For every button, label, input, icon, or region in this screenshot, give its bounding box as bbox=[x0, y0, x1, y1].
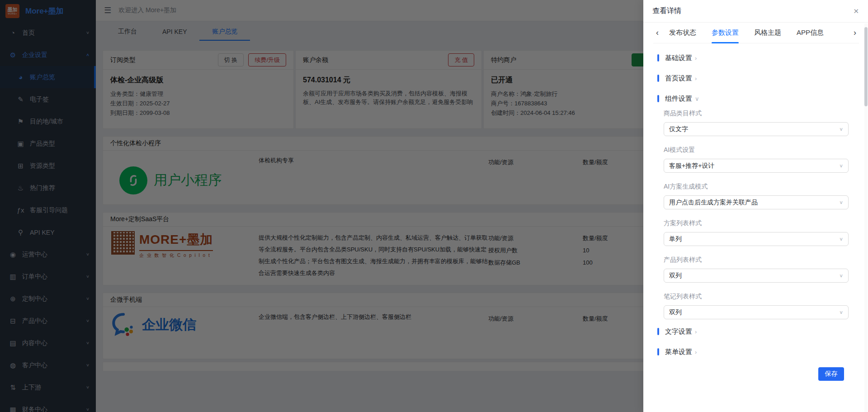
product-list-style-select[interactable]: 双列 ∨ bbox=[664, 269, 849, 283]
tab-label: 参数设置 bbox=[712, 28, 739, 37]
section-label: 组件设置 bbox=[665, 95, 692, 103]
chevron-right-icon: › bbox=[695, 349, 697, 355]
select-value: 客服+推荐+设计 bbox=[669, 162, 714, 170]
section-bar bbox=[657, 328, 659, 335]
tab-style-theme[interactable]: 风格主题 bbox=[754, 23, 781, 43]
section-label: 基础设置 bbox=[665, 54, 692, 62]
section-label: 首页设置 bbox=[665, 74, 692, 83]
select-value: 双列 bbox=[669, 272, 682, 280]
plan-list-style-select[interactable]: 单列 ∨ bbox=[664, 232, 849, 246]
tab-label: 发布状态 bbox=[669, 28, 696, 37]
section-bar bbox=[657, 348, 659, 355]
chevron-down-icon: ∨ bbox=[839, 310, 843, 315]
section-bar bbox=[657, 54, 659, 62]
tabs-prev-icon[interactable]: ‹ bbox=[653, 28, 661, 38]
ai-mode-select[interactable]: 客服+推荐+设计 ∨ bbox=[664, 159, 849, 173]
select-value: 仅文字 bbox=[669, 125, 688, 133]
chevron-right-icon: › bbox=[695, 55, 697, 62]
close-icon[interactable]: ✕ bbox=[853, 7, 859, 15]
field-label: AI方案生成模式 bbox=[664, 183, 848, 191]
section-menu-settings[interactable]: 菜单设置 › bbox=[664, 347, 848, 356]
field-label: 商品类目样式 bbox=[664, 109, 848, 118]
section-bar bbox=[657, 75, 659, 82]
drawer-tabs: ‹ 发布状态 参数设置 风格主题 APP信息 › bbox=[653, 23, 859, 43]
chevron-down-icon: ∨ bbox=[839, 163, 843, 169]
chevron-down-icon: ∨ bbox=[839, 200, 843, 205]
note-list-style-select[interactable]: 双列 ∨ bbox=[664, 305, 849, 319]
section-label: 文字设置 bbox=[665, 327, 692, 336]
section-label: 菜单设置 bbox=[665, 348, 692, 356]
chevron-down-icon: ∨ bbox=[839, 273, 843, 279]
section-bar bbox=[657, 95, 659, 102]
chevron-down-icon: ∨ bbox=[695, 95, 699, 102]
section-text-settings[interactable]: 文字设置 › bbox=[664, 327, 848, 336]
drawer-title: 查看详情 bbox=[652, 6, 681, 16]
select-value: 单列 bbox=[669, 235, 682, 243]
drawer-header: 查看详情 ✕ bbox=[643, 0, 868, 23]
chevron-down-icon: ∨ bbox=[839, 127, 843, 132]
field-label: 产品列表样式 bbox=[664, 256, 848, 264]
drawer-scrollbar[interactable] bbox=[864, 24, 868, 412]
tab-parameter-settings[interactable]: 参数设置 bbox=[712, 23, 739, 43]
tab-label: 风格主题 bbox=[754, 28, 781, 37]
tabs-next-icon[interactable]: › bbox=[851, 28, 859, 38]
tab-app-info[interactable]: APP信息 bbox=[797, 23, 824, 43]
select-value: 双列 bbox=[669, 308, 682, 317]
ai-plan-mode-select[interactable]: 用户点击后生成方案并关联产品 ∨ bbox=[664, 195, 849, 209]
app: 墨加 MORE+ More+墨加 ◔ 首页 ∨ ⚙ 企业设置 ∧ ◕ 账户总览 … bbox=[0, 0, 868, 412]
tab-label: APP信息 bbox=[797, 28, 824, 37]
category-style-select[interactable]: 仅文字 ∨ bbox=[664, 122, 849, 136]
chevron-right-icon: › bbox=[695, 75, 697, 82]
field-label: 笔记列表样式 bbox=[664, 293, 848, 301]
chevron-right-icon: › bbox=[695, 328, 697, 335]
field-label: 方案列表样式 bbox=[664, 219, 848, 227]
select-value: 用户点击后生成方案并关联产品 bbox=[669, 199, 758, 207]
section-component-settings[interactable]: 组件设置 ∨ bbox=[664, 94, 848, 103]
drawer-body: 基础设置 › 首页设置 › 组件设置 ∨ 商品类目样式 仅文字 ∨ AI模式设置… bbox=[643, 43, 868, 381]
field-label: AI模式设置 bbox=[664, 146, 848, 154]
save-button[interactable]: 保存 bbox=[818, 367, 844, 381]
scrollbar-thumb[interactable] bbox=[864, 27, 868, 106]
chevron-down-icon: ∨ bbox=[839, 237, 843, 242]
section-home-settings[interactable]: 首页设置 › bbox=[664, 74, 848, 83]
tab-publish-status[interactable]: 发布状态 bbox=[669, 23, 696, 43]
section-basic-settings[interactable]: 基础设置 › bbox=[664, 53, 848, 62]
detail-drawer: 查看详情 ✕ ‹ 发布状态 参数设置 风格主题 APP信息 › 基础设置 › bbox=[643, 0, 868, 412]
